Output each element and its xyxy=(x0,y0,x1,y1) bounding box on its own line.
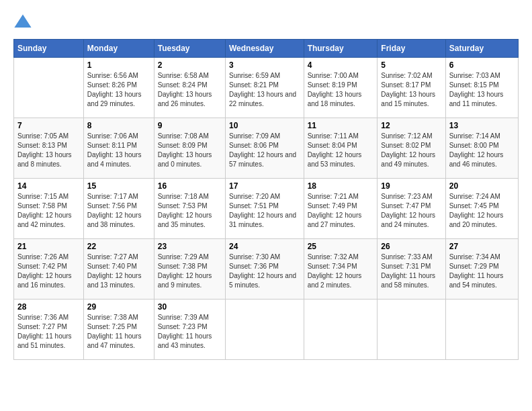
day-cell: 2Sunrise: 6:58 AMSunset: 8:24 PMDaylight… xyxy=(154,58,225,118)
header-day-tuesday: Tuesday xyxy=(154,40,225,58)
day-cell: 11Sunrise: 7:11 AMSunset: 8:04 PMDayligh… xyxy=(304,118,378,179)
day-number: 25 xyxy=(308,242,374,251)
header-row: SundayMondayTuesdayWednesdayThursdayFrid… xyxy=(14,40,519,58)
day-cell: 14Sunrise: 7:15 AMSunset: 7:58 PMDayligh… xyxy=(14,179,84,239)
day-cell: 7Sunrise: 7:05 AMSunset: 8:13 PMDaylight… xyxy=(14,118,84,179)
day-number: 3 xyxy=(229,60,300,70)
day-cell: 4Sunrise: 7:00 AMSunset: 8:19 PMDaylight… xyxy=(304,58,378,118)
day-number: 18 xyxy=(308,181,374,191)
day-cell: 27Sunrise: 7:34 AMSunset: 7:29 PMDayligh… xyxy=(445,239,518,300)
header-day-sunday: Sunday xyxy=(14,40,84,58)
week-row-5: 28Sunrise: 7:36 AMSunset: 7:27 PMDayligh… xyxy=(14,300,519,360)
day-cell: 28Sunrise: 7:36 AMSunset: 7:27 PMDayligh… xyxy=(14,300,84,360)
day-cell: 30Sunrise: 7:39 AMSunset: 7:23 PMDayligh… xyxy=(154,300,225,360)
day-cell: 20Sunrise: 7:24 AMSunset: 7:45 PMDayligh… xyxy=(445,179,518,239)
day-number: 17 xyxy=(229,181,300,191)
day-cell xyxy=(378,300,445,360)
day-cell: 9Sunrise: 7:08 AMSunset: 8:09 PMDaylight… xyxy=(154,118,225,179)
day-info: Sunrise: 7:38 AMSunset: 7:25 PMDaylight:… xyxy=(87,313,150,351)
day-info: Sunrise: 7:09 AMSunset: 8:06 PMDaylight:… xyxy=(229,132,300,169)
day-number: 1 xyxy=(87,60,150,70)
day-number: 23 xyxy=(158,242,222,251)
day-info: Sunrise: 7:08 AMSunset: 8:09 PMDaylight:… xyxy=(158,132,222,169)
day-cell: 24Sunrise: 7:30 AMSunset: 7:36 PMDayligh… xyxy=(225,239,304,300)
day-cell: 15Sunrise: 7:17 AMSunset: 7:56 PMDayligh… xyxy=(83,179,154,239)
day-number: 24 xyxy=(229,242,300,251)
day-info: Sunrise: 7:21 AMSunset: 7:49 PMDaylight:… xyxy=(308,192,374,230)
day-info: Sunrise: 7:14 AMSunset: 8:00 PMDaylight:… xyxy=(449,132,515,169)
day-number: 7 xyxy=(17,121,80,130)
page-header xyxy=(13,13,519,32)
week-row-3: 14Sunrise: 7:15 AMSunset: 7:58 PMDayligh… xyxy=(14,179,519,239)
day-info: Sunrise: 7:03 AMSunset: 8:15 PMDaylight:… xyxy=(449,71,515,109)
day-info: Sunrise: 7:05 AMSunset: 8:13 PMDaylight:… xyxy=(17,132,80,169)
day-info: Sunrise: 7:32 AMSunset: 7:34 PMDaylight:… xyxy=(308,253,374,290)
day-info: Sunrise: 7:06 AMSunset: 8:11 PMDaylight:… xyxy=(87,132,150,169)
day-info: Sunrise: 7:29 AMSunset: 7:38 PMDaylight:… xyxy=(158,253,222,290)
day-cell: 21Sunrise: 7:26 AMSunset: 7:42 PMDayligh… xyxy=(14,239,84,300)
day-info: Sunrise: 7:17 AMSunset: 7:56 PMDaylight:… xyxy=(87,192,150,230)
day-cell: 18Sunrise: 7:21 AMSunset: 7:49 PMDayligh… xyxy=(304,179,378,239)
day-number: 16 xyxy=(158,181,222,191)
day-number: 6 xyxy=(449,60,515,70)
header-day-saturday: Saturday xyxy=(445,40,518,58)
day-cell: 17Sunrise: 7:20 AMSunset: 7:51 PMDayligh… xyxy=(225,179,304,239)
day-number: 13 xyxy=(449,121,515,130)
day-info: Sunrise: 7:20 AMSunset: 7:51 PMDaylight:… xyxy=(229,192,300,230)
day-cell: 5Sunrise: 7:02 AMSunset: 8:17 PMDaylight… xyxy=(378,58,445,118)
header-day-thursday: Thursday xyxy=(304,40,378,58)
day-info: Sunrise: 7:15 AMSunset: 7:58 PMDaylight:… xyxy=(17,192,80,230)
day-cell: 10Sunrise: 7:09 AMSunset: 8:06 PMDayligh… xyxy=(225,118,304,179)
calendar-table: SundayMondayTuesdayWednesdayThursdayFrid… xyxy=(13,39,519,360)
week-row-2: 7Sunrise: 7:05 AMSunset: 8:13 PMDaylight… xyxy=(14,118,519,179)
day-info: Sunrise: 7:26 AMSunset: 7:42 PMDaylight:… xyxy=(17,253,80,290)
day-number: 11 xyxy=(308,121,374,130)
header-day-wednesday: Wednesday xyxy=(225,40,304,58)
day-info: Sunrise: 6:56 AMSunset: 8:26 PMDaylight:… xyxy=(87,71,150,109)
day-number: 27 xyxy=(449,242,515,251)
day-cell: 29Sunrise: 7:38 AMSunset: 7:25 PMDayligh… xyxy=(83,300,154,360)
day-info: Sunrise: 6:58 AMSunset: 8:24 PMDaylight:… xyxy=(158,71,222,109)
calendar-body: 1Sunrise: 6:56 AMSunset: 8:26 PMDaylight… xyxy=(14,58,519,360)
day-cell: 3Sunrise: 6:59 AMSunset: 8:21 PMDaylight… xyxy=(225,58,304,118)
day-number: 26 xyxy=(381,242,441,251)
day-number: 14 xyxy=(17,181,80,191)
day-number: 15 xyxy=(87,181,150,191)
day-cell xyxy=(304,300,378,360)
day-cell: 8Sunrise: 7:06 AMSunset: 8:11 PMDaylight… xyxy=(83,118,154,179)
day-info: Sunrise: 7:36 AMSunset: 7:27 PMDaylight:… xyxy=(17,313,80,351)
day-number: 29 xyxy=(87,302,150,312)
day-info: Sunrise: 7:30 AMSunset: 7:36 PMDaylight:… xyxy=(229,253,300,290)
day-info: Sunrise: 7:11 AMSunset: 8:04 PMDaylight:… xyxy=(308,132,374,169)
day-info: Sunrise: 7:39 AMSunset: 7:23 PMDaylight:… xyxy=(158,313,222,351)
day-cell: 22Sunrise: 7:27 AMSunset: 7:40 PMDayligh… xyxy=(83,239,154,300)
day-number: 28 xyxy=(17,302,80,312)
header-day-friday: Friday xyxy=(378,40,445,58)
day-number: 4 xyxy=(308,60,374,70)
day-info: Sunrise: 7:12 AMSunset: 8:02 PMDaylight:… xyxy=(381,132,441,169)
day-number: 21 xyxy=(17,242,80,251)
day-cell xyxy=(14,58,84,118)
day-info: Sunrise: 6:59 AMSunset: 8:21 PMDaylight:… xyxy=(229,71,300,109)
day-number: 19 xyxy=(381,181,441,191)
day-info: Sunrise: 7:00 AMSunset: 8:19 PMDaylight:… xyxy=(308,71,374,109)
svg-marker-0 xyxy=(14,14,31,28)
logo-icon xyxy=(13,13,32,32)
day-cell: 26Sunrise: 7:33 AMSunset: 7:31 PMDayligh… xyxy=(378,239,445,300)
day-cell: 13Sunrise: 7:14 AMSunset: 8:00 PMDayligh… xyxy=(445,118,518,179)
day-cell: 16Sunrise: 7:18 AMSunset: 7:53 PMDayligh… xyxy=(154,179,225,239)
day-info: Sunrise: 7:23 AMSunset: 7:47 PMDaylight:… xyxy=(381,192,441,230)
day-number: 22 xyxy=(87,242,150,251)
day-number: 2 xyxy=(158,60,222,70)
header-day-monday: Monday xyxy=(83,40,154,58)
day-number: 12 xyxy=(381,121,441,130)
day-cell xyxy=(445,300,518,360)
day-cell: 12Sunrise: 7:12 AMSunset: 8:02 PMDayligh… xyxy=(378,118,445,179)
day-cell: 1Sunrise: 6:56 AMSunset: 8:26 PMDaylight… xyxy=(83,58,154,118)
logo xyxy=(13,13,35,32)
day-info: Sunrise: 7:27 AMSunset: 7:40 PMDaylight:… xyxy=(87,253,150,290)
day-number: 30 xyxy=(158,302,222,312)
calendar-header: SundayMondayTuesdayWednesdayThursdayFrid… xyxy=(14,40,519,58)
day-cell: 6Sunrise: 7:03 AMSunset: 8:15 PMDaylight… xyxy=(445,58,518,118)
day-number: 10 xyxy=(229,121,300,130)
